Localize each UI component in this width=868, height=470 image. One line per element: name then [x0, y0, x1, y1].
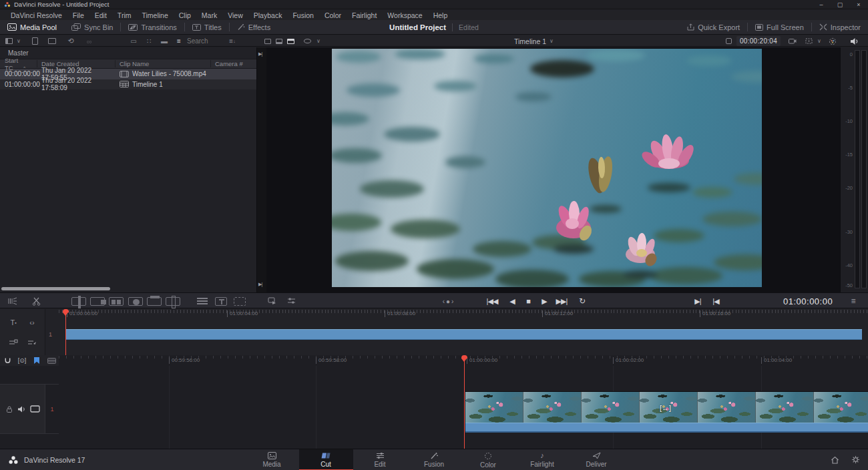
go-to-start-button[interactable]: |◀◀	[485, 293, 499, 309]
timeline-view-options-icon[interactable]	[5, 293, 21, 309]
speed-change-tool-icon[interactable]	[24, 336, 40, 349]
transform-chevron-icon[interactable]: ∨	[815, 35, 823, 47]
import-media-icon[interactable]	[29, 35, 40, 47]
ripple-overwrite-icon[interactable]	[107, 293, 125, 309]
match-frame-in-icon[interactable]: ▶|	[691, 293, 704, 309]
bin-list-toggle-icon[interactable]	[3, 35, 14, 47]
menu-file[interactable]: File	[67, 11, 89, 19]
menu-view[interactable]: View	[222, 11, 248, 19]
home-icon[interactable]	[831, 456, 839, 464]
view-list-icon[interactable]: ≡	[174, 35, 184, 47]
bin-breadcrumb[interactable]: Master	[0, 47, 256, 59]
tab-fairlight[interactable]: ♪ Fairlight	[515, 449, 570, 470]
menu-help[interactable]: Help	[428, 11, 453, 19]
relink-icon[interactable]: ∞	[84, 35, 95, 47]
media-pool-button[interactable]: Media Pool	[0, 20, 64, 34]
menu-davinci-resolve[interactable]: DaVinci Resolve	[5, 11, 67, 19]
settings-gear-icon[interactable]	[851, 455, 860, 464]
tab-media[interactable]: Media	[245, 449, 299, 470]
play-button[interactable]: ▶	[538, 293, 550, 309]
preview-chevron-icon[interactable]: ∨	[314, 35, 322, 47]
loop-playback-button[interactable]: ↻	[576, 293, 589, 309]
go-to-end-button[interactable]: ▶▶|	[554, 293, 569, 309]
camera-oval-icon[interactable]	[302, 35, 312, 47]
column-start-tc[interactable]: Start TC⌃	[0, 57, 37, 71]
media-pool-scrollbar[interactable]	[1, 287, 110, 290]
in-point-icon[interactable]: ▶|	[258, 51, 262, 57]
overview-ruler-ticks[interactable]	[59, 310, 868, 313]
preview-mode-icon-3[interactable]	[285, 35, 296, 47]
source-overwrite-icon[interactable]	[164, 293, 182, 309]
preview-mode-icon-2[interactable]	[274, 35, 284, 47]
timeline-selector[interactable]: Timeline 1 ∨	[514, 35, 554, 47]
place-on-top-icon[interactable]	[146, 293, 163, 309]
smart-insert-icon[interactable]	[70, 293, 87, 309]
sync-clips-icon[interactable]: ⟲	[65, 35, 76, 47]
sync-bin-button[interactable]: Sync Bin	[64, 20, 120, 34]
flag-icon[interactable]	[29, 357, 44, 364]
tab-fusion[interactable]: Fusion	[407, 449, 461, 470]
camera-tools-icon[interactable]	[787, 35, 799, 47]
overview-clip[interactable]	[65, 329, 862, 340]
full-screen-button[interactable]: Full Screen	[748, 20, 811, 34]
transform-icon[interactable]	[803, 35, 815, 47]
maximize-button[interactable]: ▢	[831, 1, 849, 8]
out-point-icon[interactable]: ▶|	[258, 282, 262, 287]
menu-timeline[interactable]: Timeline	[136, 11, 173, 19]
title-tool-icon[interactable]	[213, 293, 229, 309]
timeline-video-clip[interactable]	[465, 391, 868, 433]
menu-mark[interactable]: Mark	[196, 11, 222, 19]
jog-control[interactable]: ‹●›	[434, 293, 463, 309]
close-button[interactable]: ×	[849, 1, 868, 8]
tab-cut[interactable]: Cut	[299, 449, 353, 470]
audio-speaker-icon[interactable]	[847, 35, 861, 47]
tab-deliver[interactable]: Deliver	[570, 449, 624, 470]
menu-trim[interactable]: Trim	[112, 11, 137, 19]
split-clip-scissors-icon[interactable]	[28, 293, 44, 309]
sort-icon[interactable]: ≡↓	[227, 35, 238, 47]
menu-playback[interactable]: Playback	[248, 11, 288, 19]
titles-button[interactable]: Titles	[185, 20, 229, 34]
effect-tool-icon[interactable]	[232, 293, 248, 309]
menu-fairlight[interactable]: Fairlight	[347, 11, 382, 19]
tab-edit[interactable]: Edit	[353, 449, 407, 470]
sync-clip-tool-icon[interactable]	[5, 336, 21, 349]
new-bin-icon[interactable]	[47, 35, 57, 47]
resolution-clock-icon[interactable]	[724, 35, 733, 47]
effects-button[interactable]: Effects	[230, 20, 278, 34]
stop-button[interactable]: ■	[522, 293, 534, 309]
timeline-options-menu-icon[interactable]: ≡	[847, 293, 860, 309]
tab-color[interactable]: Color	[461, 449, 515, 470]
append-clip-icon[interactable]	[89, 293, 106, 309]
detail-playhead[interactable]	[464, 355, 465, 449]
menu-clip[interactable]: Clip	[174, 11, 196, 19]
video-preview[interactable]	[332, 49, 762, 287]
inspector-button[interactable]: Inspector	[812, 20, 868, 34]
play-reverse-button[interactable]: ◀	[506, 293, 518, 309]
preview-mode-icon-1[interactable]	[262, 35, 273, 47]
track-lock-icon[interactable]	[5, 405, 13, 413]
trim-mode-icon[interactable]: ‹›	[24, 316, 40, 329]
close-up-icon[interactable]	[127, 293, 144, 309]
color-adjust-icon[interactable]	[827, 35, 839, 47]
menu-workspace[interactable]: Workspace	[382, 11, 427, 19]
marker-icon[interactable]: [⊙]	[15, 357, 29, 364]
bin-list-chevron-icon[interactable]: ∨	[15, 35, 23, 47]
match-frame-out-icon[interactable]: |◀	[709, 293, 722, 309]
track-mute-speaker-icon[interactable]	[17, 405, 26, 413]
media-pool-row-timeline-1[interactable]: 01:00:00:00 Thu Jan 20 2022 17:58:09 Tim…	[0, 79, 256, 90]
snapping-magnet-icon[interactable]	[0, 357, 15, 365]
mixer-sliders-icon[interactable]	[283, 293, 299, 309]
boring-detector-icon[interactable]: T▪	[5, 316, 21, 329]
overview-playhead[interactable]	[65, 309, 66, 355]
column-clip-name[interactable]: Clip Name	[115, 60, 210, 67]
view-thumbnail-icon[interactable]: ∷	[144, 35, 154, 47]
track-video-icon[interactable]	[30, 405, 40, 413]
column-camera[interactable]: Camera #	[210, 60, 256, 67]
insert-to-timeline-icon[interactable]	[264, 293, 280, 309]
view-filmstrip-icon[interactable]: ▭	[128, 35, 139, 47]
menu-edit[interactable]: Edit	[89, 11, 112, 19]
minimize-button[interactable]: –	[812, 1, 831, 8]
transitions-button[interactable]: Transitions	[121, 20, 184, 34]
menu-color[interactable]: Color	[319, 11, 347, 19]
